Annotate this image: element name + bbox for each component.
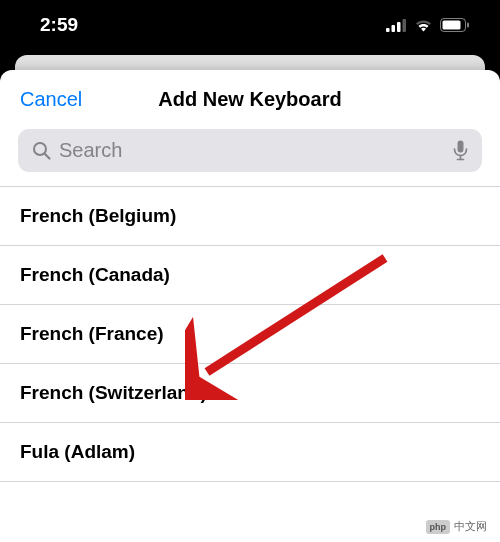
modal-sheet: Cancel Add New Keyboard Search French (B…: [0, 70, 500, 542]
list-item[interactable]: French (France): [0, 305, 500, 364]
watermark-text: 中文网: [454, 519, 487, 534]
modal-title: Add New Keyboard: [158, 88, 341, 111]
cancel-button[interactable]: Cancel: [20, 88, 82, 111]
svg-rect-9: [458, 141, 464, 153]
svg-rect-1: [392, 25, 396, 32]
search-input[interactable]: Search: [18, 129, 482, 172]
svg-rect-3: [403, 19, 407, 32]
keyboard-list: French (Belgium) French (Canada) French …: [0, 186, 500, 542]
svg-rect-6: [467, 23, 469, 28]
svg-rect-0: [386, 28, 390, 32]
list-item[interactable]: French (Canada): [0, 246, 500, 305]
cellular-icon: [386, 19, 407, 32]
search-container: Search: [0, 123, 500, 186]
battery-icon: [440, 18, 470, 32]
svg-rect-2: [397, 22, 401, 32]
watermark: php 中文网: [421, 517, 493, 536]
svg-rect-5: [443, 21, 461, 30]
search-icon: [32, 141, 51, 160]
list-item[interactable]: French (Belgium): [0, 187, 500, 246]
list-item[interactable]: French (Switzerland): [0, 364, 500, 423]
status-bar: 2:59: [0, 0, 500, 50]
status-time: 2:59: [40, 14, 78, 36]
watermark-badge: php: [426, 520, 451, 534]
svg-line-8: [45, 154, 50, 159]
microphone-icon[interactable]: [453, 140, 468, 161]
modal-header: Cancel Add New Keyboard: [0, 70, 500, 123]
search-placeholder: Search: [59, 139, 445, 162]
list-item[interactable]: Fula (Adlam): [0, 423, 500, 482]
svg-point-7: [34, 143, 46, 155]
status-icons: [386, 18, 470, 32]
wifi-icon: [414, 18, 433, 32]
